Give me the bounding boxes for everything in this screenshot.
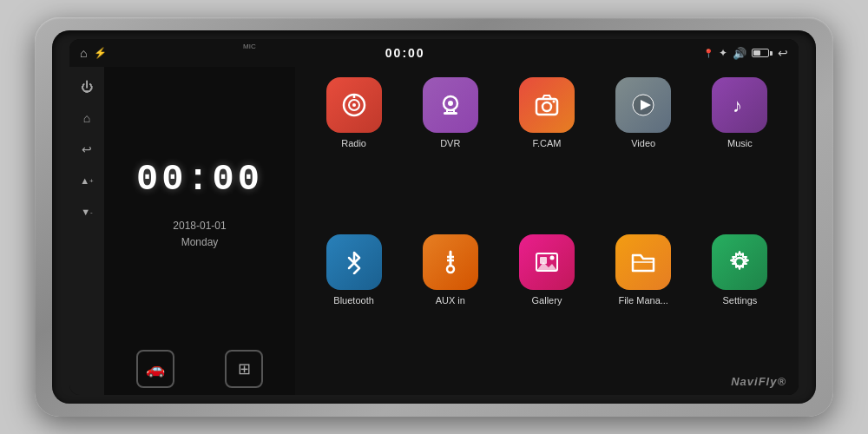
- svg-point-18: [447, 266, 454, 273]
- app-bluetooth[interactable]: Bluetooth: [309, 234, 398, 385]
- location-icon: 📍: [703, 49, 713, 58]
- aux-icon: [423, 234, 478, 290]
- mic-label: MIC: [243, 43, 256, 50]
- clock-widget: 00:00 2018-01-01 Monday: [104, 67, 295, 343]
- app-video[interactable]: Video: [599, 77, 688, 227]
- volume-icon[interactable]: 🔊: [733, 47, 746, 60]
- navifly-logo: NaviFly®: [731, 375, 786, 388]
- device-inner: ⌂ ⚡ 00:00 📍 ✦ 🔊 ↩ MIC: [52, 30, 816, 404]
- main-content: ⏻ ⌂ ↩ ▲+ ▼- 00:00 2018-01-01 Monday: [69, 67, 799, 395]
- svg-point-11: [552, 101, 555, 103]
- dvr-label: DVR: [440, 138, 460, 148]
- side-nav: ⏻ ⌂ ↩ ▲+ ▼-: [69, 67, 104, 395]
- vol-up-button[interactable]: ▲+: [74, 168, 100, 194]
- video-icon: [615, 77, 671, 133]
- power-button[interactable]: ⏻: [74, 74, 100, 100]
- settings-label: Settings: [723, 295, 758, 306]
- svg-line-16: [349, 263, 354, 268]
- bluetooth-icon: [326, 234, 382, 290]
- radio-icon: [326, 77, 382, 133]
- status-bar: ⌂ ⚡ 00:00 📍 ✦ 🔊 ↩ MIC: [69, 39, 799, 67]
- aux-label: AUX in: [436, 295, 465, 306]
- home-icon[interactable]: ⌂: [80, 46, 87, 60]
- app-radio[interactable]: Radio: [309, 77, 398, 227]
- gallery-icon: [519, 234, 575, 290]
- back-button[interactable]: ↩: [74, 136, 100, 162]
- app-aux[interactable]: AUX in: [405, 234, 495, 385]
- home-button[interactable]: ⌂: [74, 105, 100, 131]
- bluetooth-status-icon: ✦: [719, 47, 727, 59]
- status-right: 📍 ✦ 🔊 ↩: [703, 46, 788, 60]
- bluetooth-label: Bluetooth: [333, 295, 373, 306]
- svg-point-5: [448, 101, 453, 106]
- date-line2: Monday: [181, 236, 219, 248]
- music-label: Music: [727, 138, 753, 148]
- grid-mode-button[interactable]: ⊞: [225, 350, 263, 388]
- screen: ⌂ ⚡ 00:00 📍 ✦ 🔊 ↩ MIC: [69, 39, 799, 395]
- car-mode-button[interactable]: 🚗: [136, 350, 174, 388]
- back-icon[interactable]: ↩: [778, 46, 788, 60]
- video-label: Video: [631, 138, 655, 148]
- app-settings[interactable]: Settings: [695, 234, 785, 385]
- dvr-icon: [423, 77, 478, 133]
- usb-icon: ⚡: [94, 47, 107, 59]
- app-gallery[interactable]: Gallery: [502, 234, 591, 385]
- svg-rect-6: [444, 112, 457, 115]
- svg-point-24: [549, 256, 554, 260]
- radio-label: Radio: [341, 138, 366, 148]
- svg-text:♪: ♪: [733, 95, 742, 116]
- svg-point-10: [542, 102, 551, 111]
- date-line1: 2018-01-01: [173, 220, 226, 232]
- battery-icon: [752, 49, 773, 57]
- svg-marker-23: [536, 262, 557, 271]
- left-panel: 00:00 2018-01-01 Monday 🚗 ⊞: [104, 67, 295, 395]
- app-fcam[interactable]: F.CAM: [502, 77, 591, 227]
- filemanager-icon: [615, 234, 671, 290]
- app-grid: Radio DVR F.CAM: [295, 67, 799, 395]
- svg-point-2: [352, 103, 356, 107]
- app-dvr[interactable]: DVR: [405, 77, 495, 227]
- status-center: 00:00: [385, 46, 425, 60]
- app-filemanager[interactable]: File Mana...: [599, 234, 688, 385]
- device-outer: ⌂ ⚡ 00:00 📍 ✦ 🔊 ↩ MIC: [35, 17, 833, 417]
- fcam-icon: [519, 77, 575, 133]
- filemanager-label: File Mana...: [618, 295, 667, 306]
- clock-display: 00:00: [136, 159, 263, 201]
- vol-down-button[interactable]: ▼-: [74, 199, 100, 225]
- bottom-icons: 🚗 ⊞: [104, 343, 295, 395]
- fcam-label: F.CAM: [532, 138, 561, 148]
- gallery-label: Gallery: [532, 295, 562, 306]
- app-music[interactable]: ♪ Music: [695, 77, 785, 227]
- settings-icon: [712, 234, 767, 290]
- status-time: 00:00: [385, 46, 425, 60]
- date-display: 2018-01-01 Monday: [173, 218, 226, 251]
- status-left: ⌂ ⚡: [80, 46, 107, 60]
- music-icon: ♪: [712, 77, 767, 133]
